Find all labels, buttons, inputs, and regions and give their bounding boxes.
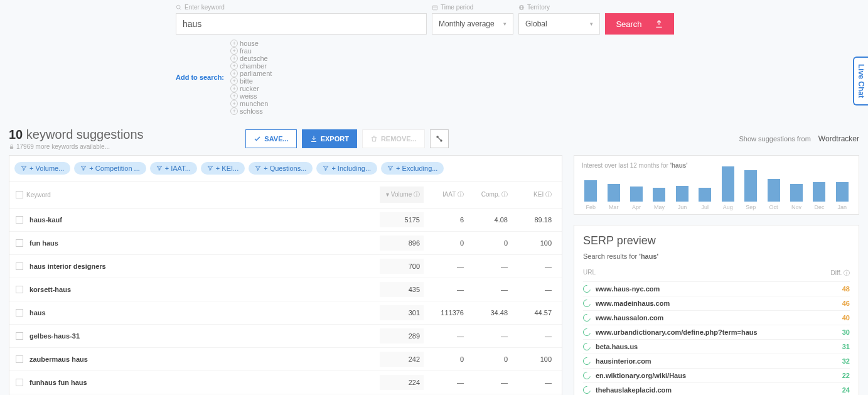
filter-pill[interactable]: + IAAT... — [150, 162, 197, 175]
cell-volume: 5175 — [380, 212, 424, 227]
progress-ring-icon — [583, 372, 591, 379]
settings-button[interactable] — [430, 129, 449, 148]
row-checkbox[interactable] — [16, 286, 23, 293]
row-checkbox[interactable] — [16, 216, 23, 224]
row-checkbox[interactable] — [16, 332, 23, 340]
cell-kei: — — [512, 379, 555, 386]
keyword-text: zaubermaus haus — [29, 355, 380, 363]
keyword-text: korsett-haus — [29, 286, 380, 293]
keyword-text: haus-kauf — [29, 216, 380, 224]
suggest-house[interactable]: house — [230, 40, 272, 47]
serp-row[interactable]: en.wiktionary.org/wiki/Haus22 — [583, 368, 850, 382]
col-keyword[interactable]: Keyword — [26, 192, 51, 198]
serp-row[interactable]: beta.haus.us31 — [583, 339, 850, 354]
keyword-row[interactable]: korsett-haus435——— — [9, 278, 562, 301]
serp-row[interactable]: www.madeinhaus.com46 — [583, 296, 850, 310]
save-button[interactable]: SAVE... — [245, 129, 296, 148]
filter-pill[interactable]: + Volume... — [14, 162, 70, 175]
select-all-checkbox[interactable] — [16, 191, 23, 198]
cell-volume: 301 — [380, 305, 424, 320]
keyword-row[interactable]: gelbes-haus-31289——— — [9, 325, 562, 348]
bar-Dec: Dec — [810, 182, 828, 210]
upload-icon — [655, 19, 663, 28]
suggest-munchen[interactable]: munchen — [230, 100, 272, 107]
keyword-row[interactable]: funhaus fun haus224——— — [9, 371, 562, 394]
cell-iaat: 0 — [424, 355, 468, 363]
col-volume[interactable]: ▾ Volume ⓘ — [380, 187, 424, 203]
bar — [608, 184, 620, 202]
bar-May: May — [650, 188, 668, 210]
suggest-frau[interactable]: frau — [230, 47, 272, 55]
serp-diff: 31 — [825, 343, 850, 350]
show-from-label: Show suggestions from — [739, 135, 811, 143]
serp-row[interactable]: hausinterior.com32 — [583, 354, 850, 368]
time-select[interactable]: Monthly average▾ — [432, 13, 513, 35]
serp-diff: 32 — [825, 357, 850, 365]
territory-select[interactable]: Global▾ — [518, 13, 600, 35]
suggest-chamber[interactable]: chamber — [230, 62, 272, 70]
bar — [699, 188, 711, 202]
keyword-input[interactable] — [176, 13, 427, 35]
suggest-parliament[interactable]: parliament — [230, 70, 272, 77]
cell-comp: — — [468, 286, 512, 293]
col-comp[interactable]: Comp. ⓘ — [468, 190, 512, 199]
territory-label: Territory — [518, 4, 600, 11]
cell-volume: 896 — [380, 235, 424, 251]
suggest-schloss[interactable]: schloss — [230, 107, 272, 115]
cell-comp: 4.08 — [468, 216, 512, 224]
serp-url: www.urbandictionary.com/define.php?term=… — [596, 328, 825, 336]
row-checkbox[interactable] — [16, 309, 23, 317]
row-checkbox[interactable] — [16, 379, 23, 386]
funnel-icon — [207, 165, 213, 171]
suggest-weiss[interactable]: weiss — [230, 92, 272, 100]
cell-kei: 100 — [512, 239, 555, 247]
progress-ring-icon — [583, 285, 591, 293]
chart-title: Interest over last 12 months for 'haus' — [582, 162, 851, 169]
svg-rect-2 — [432, 6, 437, 10]
filter-pill[interactable]: + Excluding... — [381, 162, 444, 175]
progress-ring-icon — [583, 314, 591, 322]
keyword-row[interactable]: haus30111137634.4844.57 — [9, 301, 562, 325]
globe-icon — [518, 4, 525, 11]
keyword-row[interactable]: fun haus89600100 — [9, 232, 562, 255]
progress-ring-icon — [583, 328, 591, 336]
filter-pill[interactable]: + Including... — [316, 162, 377, 175]
filter-pill[interactable]: + KEI... — [201, 162, 245, 175]
suggest-rucker[interactable]: rucker — [230, 85, 272, 92]
bar — [630, 187, 643, 202]
row-checkbox[interactable] — [16, 355, 23, 363]
bar — [744, 170, 757, 202]
row-checkbox[interactable] — [16, 239, 23, 247]
keyword-row[interactable]: zaubermaus haus24200100 — [9, 348, 562, 371]
bar-Oct: Oct — [764, 179, 782, 210]
bar-label: Aug — [723, 204, 733, 210]
serp-row[interactable]: www.haussalon.com40 — [583, 310, 850, 325]
keyword-text: fun haus — [29, 239, 380, 247]
filter-pill[interactable]: + Questions... — [249, 162, 313, 175]
serp-row[interactable]: www.urbandictionary.com/define.php?term=… — [583, 325, 850, 339]
suggest-bitte[interactable]: bitte — [230, 77, 272, 85]
cell-iaat: — — [424, 332, 468, 340]
cell-kei: — — [512, 262, 555, 270]
col-iaat[interactable]: IAAT ⓘ — [424, 190, 468, 199]
add-to-search-label: Add to search: — [176, 73, 224, 81]
export-button[interactable]: EXPORT — [302, 129, 357, 148]
keyword-row[interactable]: haus-kauf517564.0889.18 — [9, 208, 562, 232]
search-button[interactable]: Search — [605, 13, 674, 35]
serp-preview: SERP preview Search results for 'haus' U… — [574, 225, 859, 395]
time-label: Time period — [432, 4, 513, 11]
brand-select[interactable]: Wordtracker — [818, 134, 859, 143]
live-chat-tab[interactable]: Live Chat — [853, 57, 868, 106]
suggest-deutsche[interactable]: deutsche — [230, 55, 272, 62]
serp-row[interactable]: thehauslakeplacid.com24 — [583, 382, 850, 395]
bar-Feb: Feb — [582, 180, 599, 210]
funnel-icon — [80, 165, 87, 171]
keyword-row[interactable]: haus interior designers700——— — [9, 255, 562, 278]
col-kei[interactable]: KEI ⓘ — [512, 190, 555, 199]
remove-button[interactable]: REMOVE... — [362, 129, 425, 148]
serp-row[interactable]: www.haus-nyc.com48 — [583, 281, 850, 296]
filter-pill[interactable]: + Competition ... — [74, 162, 146, 175]
link-icon — [435, 134, 444, 143]
cell-volume: 224 — [380, 375, 424, 390]
row-checkbox[interactable] — [16, 262, 23, 270]
